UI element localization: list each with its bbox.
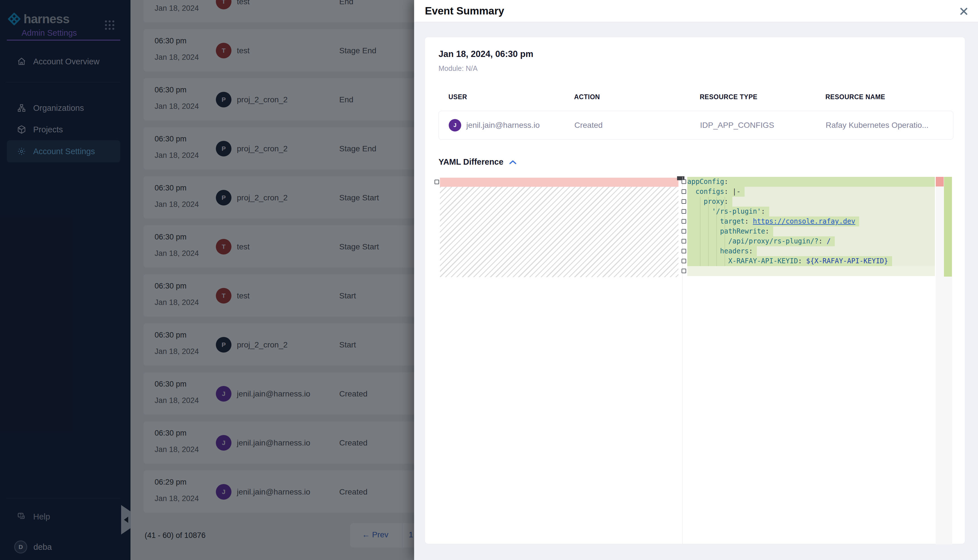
drawer-title: Event Summary	[425, 0, 504, 22]
event-summary-card: Jan 18, 2024, 06:30 pm Module: N/A USER …	[425, 37, 965, 544]
diff-removed-region	[440, 178, 679, 187]
yaml-diff-line: '/rs-plugin':	[687, 207, 935, 217]
event-table-header: USER ACTION RESOURCE TYPE RESOURCE NAME	[438, 93, 953, 101]
diff-fold-marker[interactable]	[682, 249, 686, 253]
collapse-section-button[interactable]	[509, 160, 517, 164]
event-summary-drawer: Event Summary Jan 18, 2024, 06:30 pm Mod…	[414, 0, 978, 560]
diff-fold-marker[interactable]	[682, 179, 686, 184]
diff-fold-marker[interactable]	[682, 189, 686, 194]
yaml-added-code: appConfig:configs: |-proxy:'/rs-plugin':…	[687, 177, 935, 276]
diff-fold-marker[interactable]	[682, 209, 686, 214]
event-timestamp: Jan 18, 2024, 06:30 pm	[438, 49, 533, 59]
yaml-difference-label: YAML Difference	[438, 157, 503, 167]
diff-empty-region	[440, 187, 679, 277]
event-resource-type: IDP_APP_CONFIGS	[700, 121, 826, 130]
yaml-diff-line: appConfig:	[687, 177, 935, 187]
diff-fold-marker[interactable]	[682, 269, 686, 273]
drawer-header: Event Summary	[414, 0, 978, 22]
diff-fold-marker[interactable]	[682, 259, 686, 263]
close-button[interactable]	[958, 5, 970, 18]
yaml-diff-line: headers:	[687, 246, 935, 256]
event-user-email: jenil.jain@harness.io	[466, 121, 540, 130]
diff-fold-marker[interactable]	[682, 199, 686, 204]
yaml-diff-line: configs: |-	[687, 187, 935, 197]
event-user-avatar: J	[449, 119, 461, 132]
indent-guide	[708, 197, 709, 266]
yaml-diff-line: pathRewrite:	[687, 227, 935, 237]
event-action: Created	[574, 121, 700, 130]
diff-fold-marker[interactable]	[435, 180, 439, 184]
event-table-row: J jenil.jain@harness.io Created IDP_APP_…	[438, 111, 953, 140]
yaml-diff-line	[687, 266, 935, 276]
event-module: Module: N/A	[438, 64, 478, 73]
indent-guide	[700, 197, 700, 266]
col-resource-type: RESOURCE TYPE	[700, 93, 826, 101]
diff-fold-marker[interactable]	[682, 229, 686, 233]
overview-ruler-removed	[936, 177, 944, 187]
diff-fold-marker[interactable]	[682, 219, 686, 223]
col-user: USER	[448, 93, 574, 101]
yaml-diff-line: X-RAFAY-API-KEYID: ${X-RAFAY-API-KEYID}	[687, 256, 935, 266]
yaml-difference-section: YAML Difference	[438, 157, 517, 167]
indent-guide	[725, 197, 725, 266]
diff-fold-marker[interactable]	[682, 239, 686, 243]
yaml-diff-line: /api/proxy/rs-plugin/?: /	[687, 237, 935, 246]
overview-ruler-added	[944, 177, 952, 277]
close-icon	[959, 7, 969, 16]
col-resource-name: RESOURCE NAME	[826, 93, 953, 101]
chevron-up-icon	[509, 160, 517, 164]
event-resource-name: Rafay Kubernetes Operatio...	[826, 121, 953, 130]
yaml-diff-line: proxy:	[687, 197, 935, 207]
yaml-diff-line: target: https://console.rafay.dev	[687, 217, 935, 227]
col-action: ACTION	[574, 93, 700, 101]
